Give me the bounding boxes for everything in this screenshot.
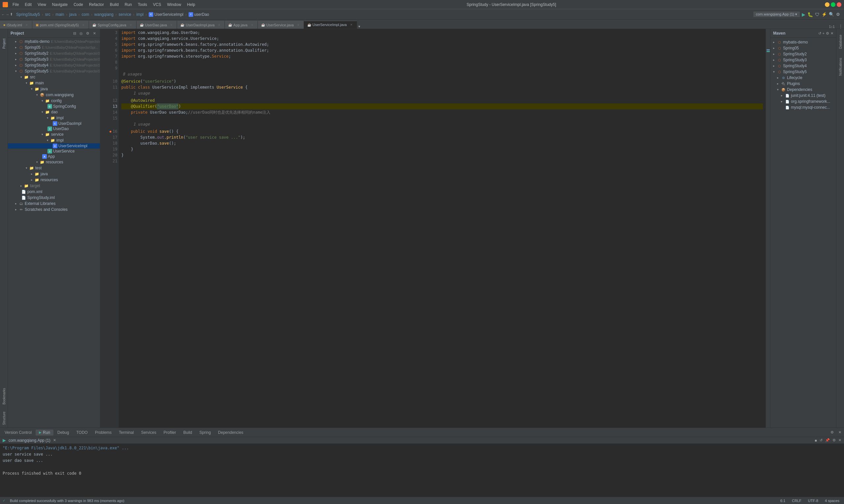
tab-userdaoimpl[interactable]: ☕ UserDaoImpl.java ✕ (177, 21, 225, 29)
build-status-text[interactable]: Build completed successfully with 3 warn… (8, 499, 126, 503)
tab-settings-button[interactable]: ⋮ (838, 24, 844, 29)
bottom-tab-spring[interactable]: Spring (196, 430, 214, 435)
status-indent[interactable]: 4 spaces (823, 499, 841, 503)
tree-dao-impl[interactable]: ▾ 📁 impl (8, 115, 100, 121)
tree-target[interactable]: ▸ 📁 target (8, 183, 100, 189)
maven-springstudy2[interactable]: ▸ ⬡ SpringStudy2 (771, 51, 836, 57)
breadcrumb-src[interactable]: src (44, 12, 52, 17)
nav-up[interactable]: ⬆ (10, 12, 13, 16)
menu-run[interactable]: Run (122, 2, 135, 7)
run-rerun-btn[interactable]: ↺ (820, 438, 823, 443)
tab-close-app[interactable]: ✕ (250, 23, 254, 27)
vtab-notifications[interactable]: Notifications (837, 51, 844, 77)
tree-scratches[interactable]: ▸ ✏ Scratches and Consoles (8, 206, 100, 213)
menu-tools[interactable]: Tools (135, 2, 150, 7)
run-output[interactable]: "E:\Program Files\Java\jdk1.8.0_221\bin\… (0, 444, 844, 497)
editor-scrollbar[interactable] (765, 29, 770, 428)
maven-spring05[interactable]: ▸ ⬡ Spring05 (771, 45, 836, 51)
bottom-tab-build[interactable]: Build (180, 430, 195, 435)
tree-app[interactable]: A App (8, 154, 100, 159)
tab-istudy-iml[interactable]: ■ iStudy.iml ✕ (0, 21, 32, 29)
tree-resources[interactable]: ▾ 📁 resources (8, 159, 100, 165)
nav-back[interactable]: ← (1, 13, 5, 16)
vtab-structure[interactable]: Structure (1, 407, 7, 426)
menu-file[interactable]: File (10, 2, 21, 7)
maven-mysql[interactable]: 📄 mysql:mysql-connec... (771, 104, 836, 110)
tree-springstudy3[interactable]: ▸ ⬡ SpringStudy3 E:\Users\BabyQ\IdeaProj… (8, 56, 100, 62)
vtab-database[interactable]: Database (837, 30, 844, 50)
more-tabs-button[interactable]: ▾ (357, 24, 362, 29)
tree-java[interactable]: ▾ 📁 java (8, 86, 100, 92)
sidebar-locate-btn[interactable]: ◎ (78, 30, 84, 36)
tree-mybatis-demo[interactable]: ▸ ⬡ mybatis-demo E:\Users\BabyQ\IdeaProj… (8, 38, 100, 44)
run-tab-close-btn[interactable]: ✕ (53, 438, 56, 443)
sidebar-collapse-btn[interactable]: ⊟ (71, 30, 77, 36)
tab-pin-button[interactable]: 1↕1 (826, 25, 838, 29)
bottom-tab-debug[interactable]: Debug (54, 430, 72, 435)
maven-plugins[interactable]: ▸ 🔌 Plugins (771, 81, 836, 87)
maven-refresh-btn[interactable]: ↺ (818, 31, 821, 36)
run-config-dropdown[interactable]: com.wangqiang.App (1) ▾ (753, 12, 800, 17)
maven-springstudy5[interactable]: ▾ ⬡ SpringStudy5 (771, 69, 836, 75)
maven-lifecycle[interactable]: ▸ ⚙ Lifecycle (771, 75, 836, 81)
profile-button[interactable]: ⚡ (822, 12, 827, 17)
tab-userdao[interactable]: ☕ UserDao.java ✕ (137, 21, 177, 29)
maven-close-btn[interactable]: ✕ (830, 31, 833, 36)
tree-service[interactable]: ▾ 📁 service (8, 131, 100, 137)
tree-userdao[interactable]: I UserDao (8, 126, 100, 131)
tree-test-java[interactable]: ▸ 📁 java (8, 171, 100, 177)
tree-test[interactable]: ▾ 📁 test (8, 165, 100, 171)
breadcrumb-service[interactable]: service (117, 12, 133, 17)
bottom-tab-dependencies[interactable]: Dependencies (214, 430, 247, 435)
bottom-close-icon[interactable]: ✕ (839, 438, 841, 443)
bottom-settings-icon[interactable]: ⚙ (832, 438, 836, 443)
menu-build[interactable]: Build (107, 2, 121, 7)
menu-code[interactable]: Code (71, 2, 86, 7)
tab-close-userserviceimpl[interactable]: ✕ (349, 23, 354, 27)
maven-add-btn[interactable]: + (823, 31, 825, 36)
menu-vcs[interactable]: VCS (150, 2, 164, 7)
status-line-ending[interactable]: CRLF (790, 499, 804, 503)
tab-userserviceimpl[interactable]: ☕ UserServiceImpl.java ✕ (304, 21, 357, 29)
tree-springstudy-iml[interactable]: 📄 SpringStudy.iml (8, 195, 100, 201)
tree-springstudy2[interactable]: ▸ ⬡ SpringStudy2 E:\Users\BabyQ\IdeaProj… (8, 50, 100, 56)
bottom-tab-run[interactable]: ▶ Run (36, 430, 53, 435)
tree-com-wangqiang[interactable]: ▾ 📦 com.wangqiang (8, 92, 100, 98)
sidebar-close-btn[interactable]: ✕ (91, 30, 97, 36)
maven-springstudy4[interactable]: ▸ ⬡ SpringStudy4 (771, 63, 836, 69)
bottom-settings-btn[interactable]: ⚙ (828, 430, 837, 434)
bottom-tab-problems[interactable]: Problems (92, 430, 115, 435)
tree-pomxml[interactable]: 📄 pom.xml (8, 189, 100, 195)
search-everywhere-button[interactable]: 🔍 (829, 12, 834, 17)
tab-close-springconfig[interactable]: ✕ (129, 23, 133, 27)
tree-userdaoimpl[interactable]: C UserDaoImpl (8, 121, 100, 126)
tree-src[interactable]: ▾ 📁 src (8, 74, 100, 80)
nav-forward[interactable]: → (5, 13, 9, 16)
breadcrumb-wangqiang[interactable]: wangqiang (93, 12, 115, 17)
tree-test-resources[interactable]: ▸ 📁 resources (8, 177, 100, 183)
menu-navigate[interactable]: Navigate (49, 2, 70, 7)
tab-pomxml[interactable]: ▣ pom.xml (SpringStudy5) ✕ (32, 21, 89, 29)
menu-window[interactable]: Window (165, 2, 184, 7)
tree-config[interactable]: ▾ 📁 config (8, 98, 100, 104)
breadcrumb-java[interactable]: java (68, 12, 78, 17)
run-button[interactable]: ▶ (802, 12, 806, 17)
tree-main[interactable]: ▾ 📁 main (8, 80, 100, 86)
tab-close-userdao[interactable]: ✕ (170, 23, 173, 27)
tree-springstudy5[interactable]: ▾ ⬡ SpringStudy5 E:\Users\BabyQ\IdeaProj… (8, 68, 100, 74)
tree-dao[interactable]: ▾ 📁 dao (8, 109, 100, 115)
maven-dependencies[interactable]: ▾ 📦 Dependencies (771, 87, 836, 93)
bottom-close-btn[interactable]: ✕ (837, 430, 843, 434)
tab-app[interactable]: ☕ App.java ✕ (225, 21, 258, 29)
vtab-project[interactable]: Project (1, 30, 7, 50)
breadcrumb-userserviceimpl[interactable]: C UserServiceImpl (148, 12, 185, 17)
code-content[interactable]: import com.wangqiang.dao.UserDao; import… (119, 29, 765, 428)
breadcrumb-springstudy5[interactable]: SpringStudy5 (15, 12, 41, 17)
menu-view[interactable]: View (35, 2, 49, 7)
tab-close-userservice[interactable]: ✕ (296, 23, 300, 27)
maven-mybatis[interactable]: ▸ ⬡ mybatis-demo (771, 39, 836, 45)
coverage-button[interactable]: 🛡 (815, 12, 820, 17)
tree-userserviceimpl[interactable]: C UserServiceImpl (8, 143, 100, 148)
bottom-tab-profiler[interactable]: Profiler (160, 430, 179, 435)
breadcrumb-com[interactable]: com (81, 12, 91, 17)
